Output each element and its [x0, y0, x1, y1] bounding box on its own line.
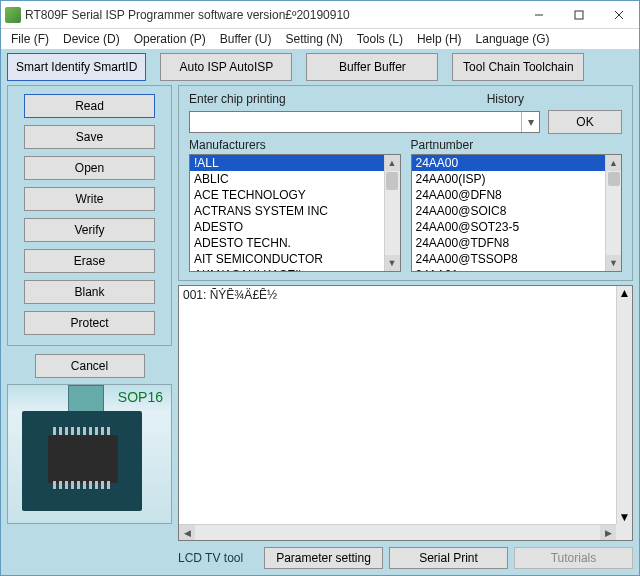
- left-column: Read Save Open Write Verify Erase Blank …: [7, 85, 172, 569]
- cancel-button[interactable]: Cancel: [35, 354, 145, 378]
- scroll-left-icon[interactable]: ◀: [179, 525, 195, 540]
- save-button[interactable]: Save: [24, 125, 155, 149]
- menu-setting[interactable]: Setting (N): [280, 31, 349, 47]
- scroll-right-icon[interactable]: ▶: [600, 525, 616, 540]
- auto-isp-button[interactable]: Auto ISP AutoISP: [160, 53, 292, 81]
- scroll-down-icon[interactable]: ▼: [619, 510, 631, 524]
- scroll-up-icon[interactable]: ▲: [385, 155, 400, 171]
- app-window: RT809F Serial ISP Programmer software ve…: [0, 0, 640, 576]
- cancel-wrap: Cancel: [7, 352, 172, 384]
- smart-identify-button[interactable]: Smart Identify SmartID: [7, 53, 146, 81]
- verify-button[interactable]: Verify: [24, 218, 155, 242]
- socket-label: SOP16: [118, 389, 163, 405]
- bottom-row: LCD TV tool Parameter setting Serial Pri…: [178, 545, 633, 569]
- partnumber-list[interactable]: 24AA00 24AA00(ISP) 24AA00@DFN8 24AA00@SO…: [411, 154, 623, 272]
- parameter-setting-button[interactable]: Parameter setting: [264, 547, 383, 569]
- buffer-button[interactable]: Buffer Buffer: [306, 53, 438, 81]
- write-button[interactable]: Write: [24, 187, 155, 211]
- manufacturers-column: Manufacturers !ALL ABLIC ACE TECHNOLOGY …: [189, 138, 401, 272]
- list-item[interactable]: ACTRANS SYSTEM INC: [190, 203, 384, 219]
- menu-device[interactable]: Device (D): [57, 31, 126, 47]
- log-box: 001: ÑÝÊ¾Ä£Ê½ ▲ ▼ ◀ ▶: [178, 285, 633, 541]
- log-vscrollbar[interactable]: ▲ ▼: [616, 286, 632, 524]
- chevron-down-icon[interactable]: ▾: [521, 112, 539, 132]
- chip-entry-controls: ▾ OK: [189, 110, 622, 134]
- menu-buffer[interactable]: Buffer (U): [214, 31, 278, 47]
- chip-combo[interactable]: ▾: [189, 111, 540, 133]
- scroll-up-icon[interactable]: ▲: [606, 155, 621, 171]
- socket-chip-icon: [48, 435, 118, 483]
- serial-print-button[interactable]: Serial Print: [389, 547, 508, 569]
- socket-pins-top-icon: [53, 427, 113, 435]
- body: Read Save Open Write Verify Erase Blank …: [7, 85, 633, 569]
- menu-operation[interactable]: Operation (P): [128, 31, 212, 47]
- scroll-down-icon[interactable]: ▼: [606, 255, 621, 271]
- list-item[interactable]: ABLIC: [190, 171, 384, 187]
- socket-preview: SOP16: [7, 384, 172, 524]
- svg-rect-1: [575, 11, 583, 19]
- list-item[interactable]: 24AA00@SOIC8: [412, 203, 606, 219]
- partnumber-scrollbar[interactable]: ▲ ▼: [605, 155, 621, 271]
- erase-button[interactable]: Erase: [24, 249, 155, 273]
- list-item[interactable]: AKM(ASAHI KASEI): [190, 267, 384, 271]
- lists-row: Manufacturers !ALL ABLIC ACE TECHNOLOGY …: [189, 138, 622, 272]
- top-button-row: Smart Identify SmartID Auto ISP AutoISP …: [7, 53, 633, 81]
- partnumber-column: Partnumber 24AA00 24AA00(ISP) 24AA00@DFN…: [411, 138, 623, 272]
- maximize-button[interactable]: [559, 1, 599, 28]
- menu-language[interactable]: Language (G): [470, 31, 556, 47]
- open-button[interactable]: Open: [24, 156, 155, 180]
- partnumber-label: Partnumber: [411, 138, 623, 152]
- menu-file[interactable]: File (F): [5, 31, 55, 47]
- right-column: Enter chip printing History ▾ OK: [178, 85, 633, 569]
- manufacturers-label: Manufacturers: [189, 138, 401, 152]
- lcd-tv-tool-label: LCD TV tool: [178, 547, 258, 569]
- scroll-thumb[interactable]: [608, 172, 620, 186]
- menu-tools[interactable]: Tools (L): [351, 31, 409, 47]
- chip-entry-row: Enter chip printing History: [189, 92, 622, 106]
- toolchain-button[interactable]: Tool Chain Toolchain: [452, 53, 584, 81]
- list-item[interactable]: 24AA00@DFN8: [412, 187, 606, 203]
- titlebar: RT809F Serial ISP Programmer software ve…: [1, 1, 639, 29]
- list-item[interactable]: 24AA01: [412, 267, 606, 271]
- menu-help[interactable]: Help (H): [411, 31, 468, 47]
- app-icon: [5, 7, 21, 23]
- history-label: History: [487, 92, 524, 106]
- manufacturers-scrollbar[interactable]: ▲ ▼: [384, 155, 400, 271]
- list-item[interactable]: 24AA00@TSSOP8: [412, 251, 606, 267]
- log-hscrollbar[interactable]: ◀ ▶: [179, 524, 616, 540]
- blank-button[interactable]: Blank: [24, 280, 155, 304]
- chip-select-frame: Enter chip printing History ▾ OK: [178, 85, 633, 281]
- scroll-corner: [616, 524, 632, 540]
- list-item[interactable]: 24AA00: [412, 155, 606, 171]
- list-item[interactable]: 24AA00@SOT23-5: [412, 219, 606, 235]
- list-item[interactable]: 24AA00@TDFN8: [412, 235, 606, 251]
- ok-button[interactable]: OK: [548, 110, 622, 134]
- manufacturers-list[interactable]: !ALL ABLIC ACE TECHNOLOGY ACTRANS SYSTEM…: [189, 154, 401, 272]
- list-item[interactable]: 24AA00(ISP): [412, 171, 606, 187]
- scroll-thumb[interactable]: [386, 172, 398, 190]
- list-item[interactable]: ADESTO TECHN.: [190, 235, 384, 251]
- list-item[interactable]: !ALL: [190, 155, 384, 171]
- protect-button[interactable]: Protect: [24, 311, 155, 335]
- scroll-up-icon[interactable]: ▲: [619, 286, 631, 300]
- menubar: File (F) Device (D) Operation (P) Buffer…: [1, 29, 639, 49]
- read-button[interactable]: Read: [24, 94, 155, 118]
- tutorials-button[interactable]: Tutorials: [514, 547, 633, 569]
- scroll-down-icon[interactable]: ▼: [385, 255, 400, 271]
- close-button[interactable]: [599, 1, 639, 28]
- minimize-button[interactable]: [519, 1, 559, 28]
- window-title: RT809F Serial ISP Programmer software ve…: [25, 8, 519, 22]
- log-content: 001: ÑÝÊ¾Ä£Ê½: [183, 288, 614, 522]
- list-item[interactable]: ACE TECHNOLOGY: [190, 187, 384, 203]
- socket-pins-bottom-icon: [53, 481, 113, 489]
- client-area: Smart Identify SmartID Auto ISP AutoISP …: [1, 49, 639, 575]
- window-controls: [519, 1, 639, 28]
- operation-group: Read Save Open Write Verify Erase Blank …: [7, 85, 172, 346]
- list-item[interactable]: ADESTO: [190, 219, 384, 235]
- list-item[interactable]: AIT SEMICONDUCTOR: [190, 251, 384, 267]
- log-line: 001: ÑÝÊ¾Ä£Ê½: [183, 288, 614, 302]
- socket-clip-icon: [68, 385, 104, 413]
- enter-chip-label: Enter chip printing: [189, 92, 286, 106]
